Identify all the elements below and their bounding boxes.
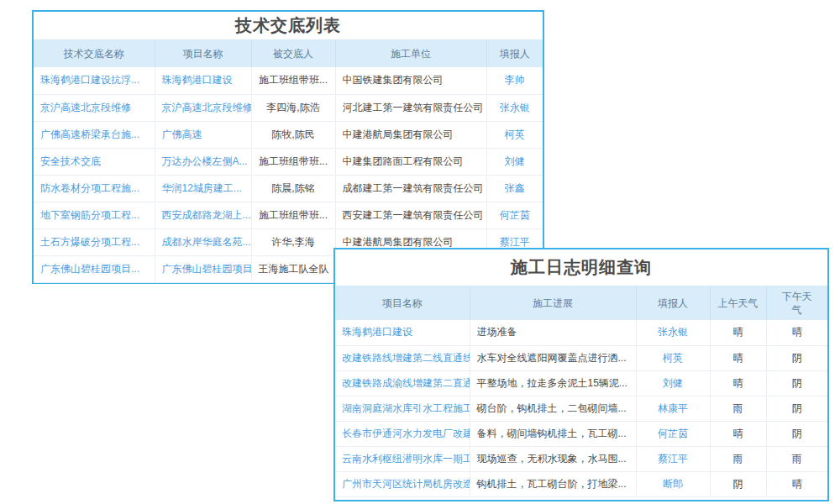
briefed-person-cell: 陈晨,陈铭 [251, 175, 335, 202]
morning-weather-cell: 晴 [710, 370, 766, 396]
construction-log-title: 施工日志明细查询 [335, 249, 827, 286]
briefed-person-cell: 施工班组带班... [251, 202, 335, 228]
table-row: 珠海鹤港口建设 进场准备 张永银 晴 晴 [335, 320, 827, 345]
reporter-link[interactable]: 何芷茵 [636, 421, 710, 446]
project-name-link[interactable]: 长春市伊通河水力发电厂改建工程 [335, 421, 470, 446]
table-row: 地下室钢筋分项工程... 西安成都路龙湖上... 施工班组带班... 西安建工第… [34, 202, 543, 228]
table-row: 云南水利枢纽潜明水库一期工程 现场巡查，无积水现象，水马围... 蔡江平 雨 雨 [335, 446, 827, 471]
header-progress: 施工进展 [470, 286, 636, 320]
afternoon-weather-cell: 阴 [766, 345, 827, 370]
morning-weather-cell: 晴 [710, 320, 766, 345]
afternoon-weather-cell: 晴 [766, 320, 827, 345]
morning-weather-cell: 晴 [710, 421, 766, 446]
reporter-link[interactable]: 柯英 [636, 345, 710, 370]
progress-cell: 进场准备 [470, 320, 636, 345]
morning-weather-cell: 晴 [710, 345, 766, 370]
disclosure-name-link[interactable]: 地下室钢筋分项工程... [34, 202, 155, 228]
header-project-name: 项目名称 [155, 40, 251, 67]
disclosure-name-link[interactable]: 防水卷材分项工程施... [34, 175, 155, 202]
afternoon-weather-cell: 阴 [766, 421, 827, 446]
progress-cell: 钩机排土，瓦工砌台阶，打地梁... [470, 471, 636, 496]
briefed-person-cell: 陈牧,陈民 [251, 121, 335, 148]
progress-cell: 水车对全线遮阳网覆盖点进行洒... [470, 345, 636, 370]
header-project-name: 项目名称 [335, 286, 470, 320]
morning-weather-cell: 雨 [710, 446, 766, 471]
construction-unit-cell: 中建港航局集团有限公司 [335, 121, 486, 148]
table-row: 长春市伊通河水力发电厂改建工程 备料，砌间墙钩机排土，瓦工砌... 何芷茵 晴 … [335, 421, 827, 446]
reporter-link[interactable]: 刘健 [636, 370, 710, 396]
reporter-link[interactable]: 张鑫 [486, 175, 543, 202]
technical-disclosure-panel: 技术交底列表 技术交底名称 项目名称 被交底人 施工单位 填报人 珠海鹤港口建设… [32, 10, 544, 284]
progress-cell: 平整场地，拉走多余泥土15辆泥... [470, 370, 636, 396]
construction-unit-cell: 成都建工第一建筑有限责任公司 [335, 175, 486, 202]
technical-disclosure-title: 技术交底列表 [34, 12, 543, 40]
project-name-link[interactable]: 广东佛山碧桂园项目 [155, 255, 251, 282]
table-row: 安全技术交底 万达办公楼左侧A... 施工班组带班... 中建集团路面工程有限公… [34, 148, 543, 175]
table-row: 广佛高速桥梁承台施... 广佛高速 陈牧,陈民 中建港航局集团有限公司 柯英 [34, 121, 543, 148]
afternoon-weather-cell: 阴 [766, 370, 827, 396]
table-header-row: 项目名称 施工进展 填报人 上午天气 下午天气 [335, 286, 827, 320]
reporter-link[interactable]: 何芷茵 [486, 202, 543, 228]
table-header-row: 技术交底名称 项目名称 被交底人 施工单位 填报人 [34, 40, 543, 67]
disclosure-name-link[interactable]: 广佛高速桥梁承台施... [34, 121, 155, 148]
disclosure-name-link[interactable]: 广东佛山碧桂园项目... [34, 255, 155, 282]
table-row: 湖南洞庭湖水库引水工程施工标段 砌台阶，钩机排土，二包砌间墙... 林康平 雨 … [335, 396, 827, 421]
construction-unit-cell: 中国铁建集团有限公司 [335, 67, 486, 94]
project-name-link[interactable]: 万达办公楼左侧A... [155, 148, 251, 175]
project-name-link[interactable]: 广佛高速 [155, 121, 251, 148]
header-afternoon-weather-label: 下午天气 [780, 290, 814, 317]
afternoon-weather-cell: 阴 [766, 396, 827, 421]
project-name-link[interactable]: 云南水利枢纽潜明水库一期工程 [335, 446, 470, 471]
header-disclosure-name: 技术交底名称 [34, 40, 155, 67]
disclosure-name-link[interactable]: 珠海鹤港口建设抗浮... [34, 67, 155, 94]
reporter-link[interactable]: 李帅 [486, 67, 543, 94]
reporter-link[interactable]: 断郎 [636, 471, 710, 496]
progress-cell: 现场巡查，无积水现象，水马围... [470, 446, 636, 471]
progress-cell: 备料，砌间墙钩机排土，瓦工砌... [470, 421, 636, 446]
disclosure-name-link[interactable]: 土石方爆破分项工程... [34, 228, 155, 255]
reporter-link[interactable]: 蔡江平 [636, 446, 710, 471]
afternoon-weather-cell: 雨 [766, 446, 827, 471]
project-name-link[interactable]: 改建铁路线增建第二线直通线 [335, 345, 470, 370]
table-row: 改建铁路线增建第二线直通线 水车对全线遮阳网覆盖点进行洒... 柯英 晴 阴 [335, 345, 827, 370]
header-construction-unit: 施工单位 [335, 40, 486, 67]
morning-weather-cell: 雨 [710, 396, 766, 421]
project-name-link[interactable]: 西安成都路龙湖上... [155, 202, 251, 228]
project-name-link[interactable]: 广州市天河区统计局机房改造项目 [335, 471, 470, 496]
project-name-link[interactable]: 湖南洞庭湖水库引水工程施工标段 [335, 396, 470, 421]
table-row: 广州市天河区统计局机房改造项目 钩机排土，瓦工砌台阶，打地梁... 断郎 阴 晴 [335, 471, 827, 496]
construction-log-table: 项目名称 施工进展 填报人 上午天气 下午天气 珠海鹤港口建设 进场准备 张永银… [335, 286, 827, 497]
table-row: 珠海鹤港口建设抗浮... 珠海鹤港口建设 施工班组带班... 中国铁建集团有限公… [34, 67, 543, 94]
header-reporter: 填报人 [486, 40, 543, 67]
reporter-link[interactable]: 张永银 [486, 94, 543, 121]
disclosure-name-link[interactable]: 京沪高速北京段维修 [34, 94, 155, 121]
construction-unit-cell: 中建集团路面工程有限公司 [335, 148, 486, 175]
reporter-link[interactable]: 刘健 [486, 148, 543, 175]
briefed-person-cell: 李四海,陈浩 [251, 94, 335, 121]
table-row: 京沪高速北京段维修 京沪高速北京段维修 李四海,陈浩 河北建工第一建筑有限责任公… [34, 94, 543, 121]
briefed-person-cell: 许华,李海 [251, 228, 335, 255]
reporter-link[interactable]: 张永银 [636, 320, 710, 345]
briefed-person-cell: 王海施工队全队 [251, 255, 335, 282]
afternoon-weather-cell: 晴 [766, 471, 827, 496]
header-afternoon-weather: 下午天气 [766, 286, 827, 320]
project-name-link[interactable]: 成都水岸华庭名苑... [155, 228, 251, 255]
header-reporter: 填报人 [636, 286, 710, 320]
header-briefed-person: 被交底人 [251, 40, 335, 67]
briefed-person-cell: 施工班组带班... [251, 67, 335, 94]
reporter-link[interactable]: 柯英 [486, 121, 543, 148]
disclosure-name-link[interactable]: 安全技术交底 [34, 148, 155, 175]
briefed-person-cell: 施工班组带班... [251, 148, 335, 175]
reporter-link[interactable]: 林康平 [636, 396, 710, 421]
table-row: 改建铁路成渝线增建第二直通线 平整场地，拉走多余泥土15辆泥... 刘健 晴 阴 [335, 370, 827, 396]
table-row: 防水卷材分项工程施... 华润12城房建工... 陈晨,陈铭 成都建工第一建筑有… [34, 175, 543, 202]
progress-cell: 砌台阶，钩机排土，二包砌间墙... [470, 396, 636, 421]
project-name-link[interactable]: 京沪高速北京段维修 [155, 94, 251, 121]
project-name-link[interactable]: 珠海鹤港口建设 [155, 67, 251, 94]
project-name-link[interactable]: 改建铁路成渝线增建第二直通线 [335, 370, 470, 396]
project-name-link[interactable]: 华润12城房建工... [155, 175, 251, 202]
construction-unit-cell: 西安建工第一建筑有限责任公司 [335, 202, 486, 228]
header-morning-weather: 上午天气 [710, 286, 766, 320]
project-name-link[interactable]: 珠海鹤港口建设 [335, 320, 470, 345]
morning-weather-cell: 阴 [710, 471, 766, 496]
